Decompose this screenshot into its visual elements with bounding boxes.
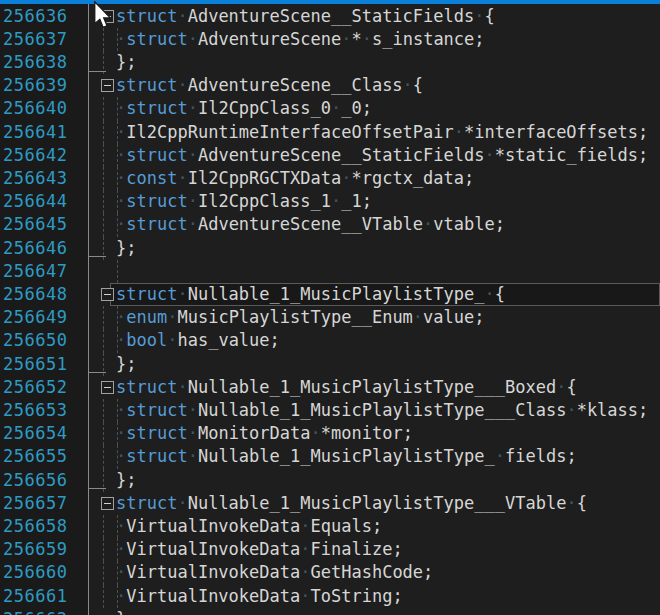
code-line[interactable]: 256655·struct·Nullable_1_MusicPlaylistTy… [0, 445, 660, 468]
code-text[interactable]: ·struct·Nullable_1_MusicPlaylistType_·fi… [116, 445, 577, 468]
code-line[interactable]: 256648struct·Nullable_1_MusicPlaylistTyp… [0, 283, 660, 306]
line-number[interactable]: 256651 [3, 353, 67, 376]
code-line[interactable]: 256646}; [0, 237, 660, 260]
fold-region-guide [103, 213, 105, 236]
fold-region-guide [103, 585, 105, 608]
line-number[interactable]: 256638 [3, 51, 67, 74]
fold-region-guide [103, 190, 105, 213]
fold-collapse-icon[interactable] [101, 79, 114, 92]
line-number[interactable]: 256643 [3, 167, 67, 190]
code-line[interactable]: 256654·struct·MonitorData·*monitor; [0, 422, 660, 445]
line-number[interactable]: 256662 [3, 608, 67, 615]
code-line[interactable]: 256650·bool·has_value; [0, 329, 660, 352]
code-line[interactable]: 256662}; [0, 608, 660, 615]
line-number[interactable]: 256656 [3, 469, 67, 492]
code-text[interactable]: ·struct·Nullable_1_MusicPlaylistType___C… [116, 399, 648, 422]
code-line[interactable]: 256643·const·Il2CppRGCTXData·*rgctx_data… [0, 167, 660, 190]
code-text[interactable]: ·struct·Il2CppClass_1·_1; [116, 190, 372, 213]
code-text[interactable]: ·struct·AdventureScene·*·s_instance; [116, 28, 485, 51]
code-line[interactable]: 256653·struct·Nullable_1_MusicPlaylistTy… [0, 399, 660, 422]
fold-region-guide [103, 306, 105, 329]
code-line[interactable]: 256661·VirtualInvokeData·ToString; [0, 585, 660, 608]
code-text[interactable]: struct·Nullable_1_MusicPlaylistType___Bo… [116, 376, 577, 399]
line-number[interactable]: 256653 [3, 399, 67, 422]
line-number[interactable]: 256650 [3, 329, 67, 352]
code-line[interactable]: 256644·struct·Il2CppClass_1·_1; [0, 190, 660, 213]
line-number[interactable]: 256661 [3, 585, 67, 608]
code-line[interactable]: 256651}; [0, 353, 660, 376]
code-text[interactable]: }; [116, 608, 136, 615]
line-number[interactable]: 256654 [3, 422, 67, 445]
code-text[interactable]: ·Il2CppRuntimeInterfaceOffsetPair·*inter… [116, 121, 648, 144]
line-number[interactable]: 256644 [3, 190, 67, 213]
line-number[interactable]: 256652 [3, 376, 67, 399]
fold-collapse-icon[interactable] [101, 381, 114, 394]
code-text[interactable]: ·const·Il2CppRGCTXData·*rgctx_data; [116, 167, 474, 190]
fold-end-corner [88, 71, 106, 72]
line-number[interactable]: 256645 [3, 213, 67, 236]
code-line[interactable]: 256639struct·AdventureScene__Class·{ [0, 74, 660, 97]
minus-glyph [104, 387, 111, 388]
code-text[interactable]: }; [116, 469, 136, 492]
line-number[interactable]: 256646 [3, 237, 67, 260]
fold-region-guide [103, 515, 105, 538]
fold-region-guide [103, 28, 105, 51]
line-number[interactable]: 256636 [3, 5, 67, 28]
fold-region-guide [103, 121, 105, 144]
code-line[interactable]: 256638}; [0, 51, 660, 74]
fold-end-corner [88, 488, 106, 489]
code-text[interactable]: ·struct·MonitorData·*monitor; [116, 422, 413, 445]
code-text[interactable]: }; [116, 51, 136, 74]
code-line[interactable]: 256657struct·Nullable_1_MusicPlaylistTyp… [0, 492, 660, 515]
code-text[interactable]: ·VirtualInvokeData·GetHashCode; [116, 561, 433, 584]
code-line[interactable]: 256642·struct·AdventureScene__StaticFiel… [0, 144, 660, 167]
fold-collapse-icon[interactable] [101, 497, 114, 510]
code-line[interactable]: 256640·struct·Il2CppClass_0·_0; [0, 97, 660, 120]
code-text[interactable]: ·VirtualInvokeData·Finalize; [116, 538, 403, 561]
code-text[interactable]: ·struct·Il2CppClass_0·_0; [116, 97, 372, 120]
line-number[interactable]: 256641 [3, 121, 67, 144]
code-line[interactable]: 256641·Il2CppRuntimeInterfaceOffsetPair·… [0, 121, 660, 144]
code-text[interactable]: struct·AdventureScene__Class·{ [116, 74, 423, 97]
code-line[interactable]: 256656}; [0, 469, 660, 492]
line-number[interactable]: 256640 [3, 97, 67, 120]
code-text[interactable]: ·bool·has_value; [116, 329, 280, 352]
minus-glyph [104, 85, 111, 86]
code-line[interactable]: 256649·enum·MusicPlaylistType__Enum·valu… [0, 306, 660, 329]
code-text[interactable]: ·struct·AdventureScene__VTable·vtable; [116, 213, 505, 236]
code-line[interactable]: 256647 [0, 260, 660, 283]
code-text[interactable]: }; [116, 237, 136, 260]
line-number[interactable]: 256657 [3, 492, 67, 515]
fold-region-guide [103, 445, 105, 468]
code-line[interactable]: 256636struct·AdventureScene__StaticField… [0, 5, 660, 28]
code-line[interactable]: 256637·struct·AdventureScene·*·s_instanc… [0, 28, 660, 51]
code-text[interactable]: struct·AdventureScene__StaticFields·{ [116, 5, 495, 28]
code-text[interactable]: ·VirtualInvokeData·Equals; [116, 515, 382, 538]
minus-glyph [104, 16, 111, 17]
line-number[interactable]: 256658 [3, 515, 67, 538]
code-text[interactable]: struct·Nullable_1_MusicPlaylistType_·{ [116, 283, 505, 306]
code-text[interactable]: struct·Nullable_1_MusicPlaylistType___VT… [116, 492, 587, 515]
line-number[interactable]: 256637 [3, 28, 67, 51]
line-number[interactable]: 256647 [3, 260, 67, 283]
fold-collapse-icon[interactable] [101, 10, 114, 23]
line-number[interactable]: 256655 [3, 445, 67, 468]
code-line[interactable]: 256658·VirtualInvokeData·Equals; [0, 515, 660, 538]
code-text[interactable]: }; [116, 353, 136, 376]
code-text[interactable]: ·enum·MusicPlaylistType__Enum·value; [116, 306, 485, 329]
code-line[interactable]: 256659·VirtualInvokeData·Finalize; [0, 538, 660, 561]
fold-collapse-icon[interactable] [101, 288, 114, 301]
line-number[interactable]: 256659 [3, 538, 67, 561]
fold-end-corner [88, 372, 106, 373]
line-number[interactable]: 256649 [3, 306, 67, 329]
line-number[interactable]: 256642 [3, 144, 67, 167]
code-text[interactable]: ·VirtualInvokeData·ToString; [116, 585, 403, 608]
code-line[interactable]: 256645·struct·AdventureScene__VTable·vta… [0, 213, 660, 236]
fold-end-corner [88, 256, 106, 257]
code-text[interactable]: ·struct·AdventureScene__StaticFields·*st… [116, 144, 648, 167]
line-number[interactable]: 256639 [3, 74, 67, 97]
line-number[interactable]: 256660 [3, 561, 67, 584]
line-number[interactable]: 256648 [3, 283, 67, 306]
code-line[interactable]: 256652struct·Nullable_1_MusicPlaylistTyp… [0, 376, 660, 399]
code-line[interactable]: 256660·VirtualInvokeData·GetHashCode; [0, 561, 660, 584]
